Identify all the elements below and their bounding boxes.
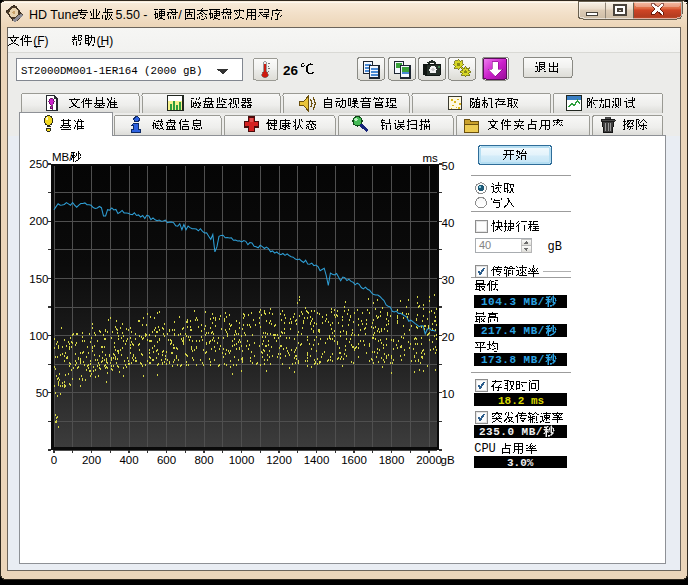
svg-text:30: 30 <box>442 274 455 286</box>
svg-text:1400: 1400 <box>304 454 330 466</box>
svg-text:3.0%: 3.0% <box>507 457 534 469</box>
svg-text:1000: 1000 <box>229 454 255 466</box>
svg-text:18.2 ms: 18.2 ms <box>498 395 544 407</box>
svg-text:1600: 1600 <box>341 454 367 466</box>
svg-text:100: 100 <box>29 330 48 342</box>
svg-text:40: 40 <box>442 217 455 229</box>
svg-text:ST2000DM001-1ER164 (2000 gB): ST2000DM001-1ER164 (2000 gB) <box>21 65 202 77</box>
svg-text:150: 150 <box>29 273 48 285</box>
svg-text:250: 250 <box>29 158 48 170</box>
svg-text:HD Tune: HD Tune <box>29 8 78 22</box>
svg-text:2000: 2000 <box>416 454 442 466</box>
svg-text:1200: 1200 <box>266 454 292 466</box>
svg-text:50: 50 <box>442 160 455 172</box>
svg-text:400: 400 <box>119 454 138 466</box>
svg-text:40: 40 <box>479 239 491 251</box>
svg-text:gB: gB <box>441 454 455 466</box>
svg-text:/: / <box>178 8 182 22</box>
svg-text:20: 20 <box>442 331 455 343</box>
svg-text:104.3 MB/: 104.3 MB/ <box>481 296 545 308</box>
svg-text:MB/: MB/ <box>52 151 73 163</box>
svg-text:gB: gB <box>548 240 562 254</box>
svg-text:217.4 MB/: 217.4 MB/ <box>481 325 545 337</box>
svg-text:26: 26 <box>283 63 299 78</box>
svg-text:200: 200 <box>29 215 48 227</box>
svg-text:10: 10 <box>442 388 455 400</box>
svg-text:600: 600 <box>157 454 176 466</box>
svg-text:50: 50 <box>36 387 49 399</box>
svg-text:5.50 -: 5.50 - <box>116 8 148 22</box>
svg-text:200: 200 <box>82 454 101 466</box>
svg-text:1800: 1800 <box>379 454 405 466</box>
svg-text:235.0 MB/: 235.0 MB/ <box>479 426 543 438</box>
svg-text:800: 800 <box>194 454 213 466</box>
svg-text:173.8 MB/: 173.8 MB/ <box>481 354 545 366</box>
svg-text:0: 0 <box>51 454 57 466</box>
svg-text:CPU: CPU <box>474 442 496 456</box>
svg-text:ms: ms <box>423 152 439 164</box>
